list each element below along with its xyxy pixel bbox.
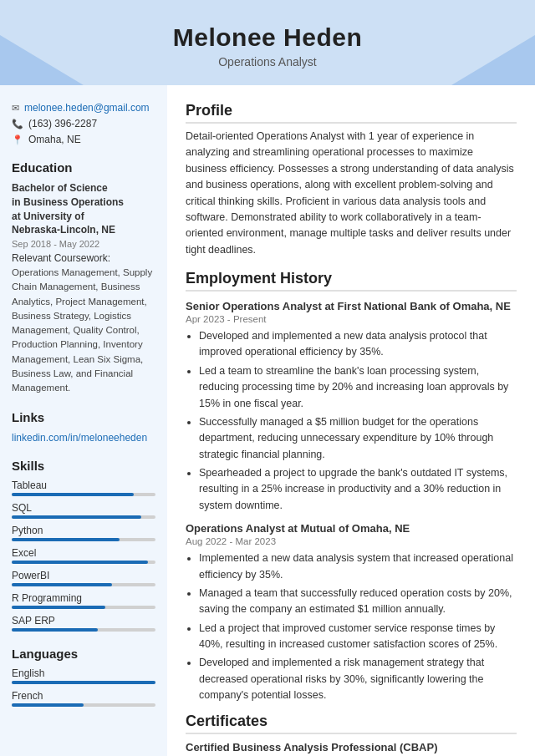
skill-item: SAP ERP	[12, 615, 155, 632]
skill-name: Tableau	[12, 479, 155, 491]
language-bar-bg	[12, 681, 155, 684]
job-title: Senior Operations Analyst at First Natio…	[186, 300, 517, 312]
links-section: Links linkedin.com/in/meloneeheden	[12, 410, 155, 444]
skills-list: Tableau SQL Python Excel PowerBI R Progr…	[12, 479, 155, 632]
candidate-title: Operations Analyst	[17, 55, 518, 68]
job-bullet: Implemented a new data analysis system t…	[199, 551, 517, 583]
job-title: Operations Analyst at Mutual of Omaha, N…	[186, 522, 517, 535]
skill-bar-bg	[12, 538, 155, 541]
language-item: French	[12, 690, 155, 707]
skill-bar-fill	[12, 606, 105, 609]
content: ✉ melonee.heden@gmail.com 📞 (163) 396-22…	[0, 85, 535, 756]
skill-name: SQL	[12, 502, 155, 514]
skill-bar-fill	[12, 561, 148, 564]
skills-title: Skills	[12, 459, 155, 473]
profile-section-title: Profile	[186, 102, 517, 124]
email-item: ✉ melonee.heden@gmail.com	[12, 102, 155, 114]
location-item: 📍 Omaha, NE	[12, 134, 155, 145]
languages-list: English French	[12, 667, 155, 707]
coursework-text: Operations Management, Supply Chain Mana…	[12, 266, 155, 395]
location-icon: 📍	[12, 134, 23, 145]
education-title: Education	[12, 160, 155, 175]
skill-name: SAP ERP	[12, 615, 155, 627]
skills-section: Skills Tableau SQL Python Excel PowerBI …	[12, 459, 155, 632]
skill-bar-bg	[12, 606, 155, 609]
skill-item: R Programming	[12, 592, 155, 609]
job-bullet: Successfully managed a $5 million budget…	[199, 414, 517, 463]
coursework-label: Relevant Coursework:	[12, 252, 155, 264]
job-bullets: Implemented a new data analysis system t…	[186, 551, 517, 703]
certificates-list: Certified Business Analysis Professional…	[186, 741, 517, 757]
languages-section: Languages English French	[12, 647, 155, 707]
job-entry: Operations Analyst at Mutual of Omaha, N…	[186, 522, 517, 703]
education-degree: Bachelor of Sciencein Business Operation…	[12, 181, 155, 237]
skill-bar-bg	[12, 493, 155, 496]
main-content: Profile Detail-oriented Operations Analy…	[167, 85, 535, 756]
language-bar-bg	[12, 703, 155, 707]
linkedin-link[interactable]: linkedin.com/in/meloneeheden	[12, 432, 147, 444]
email-link[interactable]: melonee.heden@gmail.com	[24, 102, 150, 114]
skill-name: PowerBI	[12, 570, 155, 581]
skill-bar-bg	[12, 628, 155, 632]
language-name: English	[12, 667, 155, 679]
job-date: Apr 2023 - Present	[186, 314, 517, 324]
header-triangle-right	[451, 35, 535, 85]
phone-icon: 📞	[12, 119, 23, 129]
header-triangle-left	[0, 35, 84, 85]
phone-item: 📞 (163) 396-2287	[12, 118, 155, 129]
skill-bar-bg	[12, 515, 155, 519]
skill-bar-fill	[12, 583, 112, 586]
certificate-entry: Certified Business Analysis Professional…	[186, 741, 517, 757]
certificates-section-title: Certificates	[186, 713, 517, 734]
job-bullet: Led a team to streamline the bank's loan…	[199, 363, 517, 412]
skill-name: R Programming	[12, 592, 155, 604]
links-title: Links	[12, 410, 155, 424]
location-text: Omaha, NE	[28, 134, 81, 145]
job-bullet: Developed and implemented a risk managem…	[199, 655, 517, 703]
sidebar: ✉ melonee.heden@gmail.com 📞 (163) 396-22…	[0, 85, 167, 756]
skill-bar-fill	[12, 538, 120, 541]
skill-bar-fill	[12, 493, 134, 496]
email-icon: ✉	[12, 103, 19, 114]
phone-text: (163) 396-2287	[28, 118, 97, 129]
jobs-list: Senior Operations Analyst at First Natio…	[186, 300, 517, 704]
profile-text: Detail-oriented Operations Analyst with …	[186, 129, 517, 258]
job-bullet: Spearheaded a project to upgrade the ban…	[199, 465, 517, 514]
language-item: English	[12, 667, 155, 684]
employment-section-title: Employment History	[186, 270, 517, 292]
skill-bar-fill	[12, 515, 141, 519]
skill-item: Tableau	[12, 479, 155, 496]
job-bullet: Developed and implemented a new data ana…	[199, 328, 517, 361]
language-bar-fill	[12, 703, 84, 707]
languages-title: Languages	[12, 647, 155, 661]
skill-bar-bg	[12, 583, 155, 586]
skill-name: Python	[12, 525, 155, 536]
skill-bar-bg	[12, 561, 155, 564]
education-section: Education Bachelor of Sciencein Business…	[12, 160, 155, 395]
language-name: French	[12, 690, 155, 702]
contact-section: ✉ melonee.heden@gmail.com 📞 (163) 396-22…	[12, 102, 155, 145]
education-date: Sep 2018 - May 2022	[12, 239, 155, 249]
skill-bar-fill	[12, 628, 98, 632]
skill-item: Python	[12, 525, 155, 541]
cert-name: Certified Business Analysis Professional…	[186, 741, 517, 753]
candidate-name: Melonee Heden	[17, 23, 518, 52]
skill-name: Excel	[12, 547, 155, 559]
skill-item: Excel	[12, 547, 155, 564]
job-bullet: Managed a team that successfully reduced…	[199, 586, 517, 618]
job-entry: Senior Operations Analyst at First Natio…	[186, 300, 517, 514]
job-bullets: Developed and implemented a new data ana…	[186, 328, 517, 514]
header: Melonee Heden Operations Analyst	[0, 0, 535, 85]
skill-item: SQL	[12, 502, 155, 519]
job-date: Aug 2022 - Mar 2023	[186, 536, 517, 546]
job-bullet: Led a project that improved customer ser…	[199, 621, 517, 653]
skill-item: PowerBI	[12, 570, 155, 586]
language-bar-fill	[12, 681, 155, 684]
